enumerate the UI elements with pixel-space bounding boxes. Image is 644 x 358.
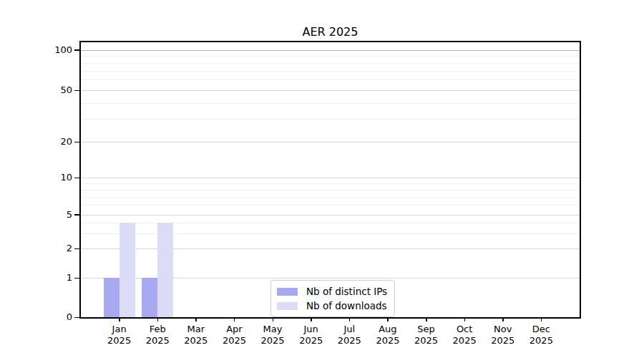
x-axis-tick-label-year: 2025 xyxy=(251,335,294,347)
x-axis-tick-mark xyxy=(426,319,427,321)
x-axis-tick-label-year: 2025 xyxy=(443,335,486,347)
x-axis-tick-mark xyxy=(349,319,351,321)
gridline-major xyxy=(81,90,580,91)
y-axis-tick-label: 2 xyxy=(41,242,72,255)
legend-swatch-distinct-ips xyxy=(277,288,298,296)
x-axis-tick-mark xyxy=(387,319,389,321)
x-axis-tick-label-month: Apr xyxy=(213,324,255,335)
x-axis-tick-label-month: Dec xyxy=(519,324,562,335)
legend-label-distinct-ips: Nb of distinct IPs xyxy=(306,286,387,297)
gridline-minor xyxy=(81,223,580,223)
x-axis-tick-mark xyxy=(273,319,274,321)
x-axis-tick-label-year: 2025 xyxy=(136,335,179,347)
x-axis-tick-mark xyxy=(311,319,312,321)
spine-bottom xyxy=(79,317,581,319)
gridline-minor xyxy=(81,79,580,80)
y-axis-tick-label: 20 xyxy=(41,135,72,148)
x-axis-tick-label-month: Feb xyxy=(136,324,179,335)
x-axis-tick-label-month: Jun xyxy=(290,324,333,335)
x-axis-tick-label: May2025 xyxy=(251,324,294,347)
x-axis-tick-label-month: Mar xyxy=(175,324,218,335)
y-axis-tick-label: 10 xyxy=(41,171,72,184)
x-axis-tick-label: Apr2025 xyxy=(213,324,255,347)
bar-nb-of-distinct-ips-jan xyxy=(104,278,119,317)
gridline-minor xyxy=(81,183,580,184)
x-axis-tick-label-year: 2025 xyxy=(482,335,525,347)
gridline-minor xyxy=(81,103,580,104)
gridline-major xyxy=(81,178,580,178)
y-axis-tick-mark xyxy=(74,317,79,319)
gridline-major xyxy=(81,50,580,51)
y-axis-tick-mark xyxy=(74,248,79,250)
x-axis-tick-label: Mar2025 xyxy=(175,324,218,347)
x-axis-tick-mark xyxy=(119,319,120,321)
gridline-minor xyxy=(81,205,580,205)
gridline-minor xyxy=(81,63,580,64)
y-axis-tick-label: 100 xyxy=(41,44,72,57)
spine-left xyxy=(79,41,81,319)
chart: AER 2025 0125102050100Jan2025Feb2025Mar2… xyxy=(0,0,644,358)
y-axis-tick-mark xyxy=(74,90,79,92)
x-axis-tick-mark xyxy=(157,319,159,321)
y-axis-tick-label: 1 xyxy=(41,271,72,284)
x-axis-tick-label-year: 2025 xyxy=(519,335,562,347)
legend-label-downloads: Nb of downloads xyxy=(306,300,387,311)
x-axis-tick-mark xyxy=(464,319,466,321)
y-axis-tick-mark xyxy=(74,49,79,51)
gridline-minor xyxy=(81,190,580,190)
bar-nb-of-distinct-ips-feb xyxy=(142,278,157,317)
y-axis-tick-mark xyxy=(74,178,79,179)
x-axis-tick-label: Jan2025 xyxy=(98,324,141,347)
x-axis-tick-label-year: 2025 xyxy=(213,335,255,347)
y-axis-tick-mark xyxy=(74,278,79,279)
legend: Nb of distinct IPs Nb of downloads xyxy=(270,280,395,317)
spine-top xyxy=(79,41,581,42)
x-axis-tick-label: Aug2025 xyxy=(366,324,409,347)
gridline-minor xyxy=(81,197,580,198)
bar-nb-of-downloads-feb xyxy=(157,223,173,317)
x-axis-tick-label-year: 2025 xyxy=(175,335,218,347)
gridline-minor xyxy=(81,71,580,72)
x-axis-tick-label: Oct2025 xyxy=(443,324,486,347)
x-axis-tick-mark xyxy=(502,319,504,321)
x-axis-tick-label-month: Oct xyxy=(443,324,486,335)
gridline-minor xyxy=(81,233,580,234)
bar-nb-of-downloads-jan xyxy=(119,223,135,317)
x-axis-tick-label-month: Nov xyxy=(482,324,525,335)
gridline-major xyxy=(81,215,580,216)
x-axis-tick-label-year: 2025 xyxy=(328,335,371,347)
x-axis-tick-mark xyxy=(234,319,235,321)
x-axis-tick-label: Jun2025 xyxy=(290,324,333,347)
x-axis-tick-label: Dec2025 xyxy=(519,324,562,347)
legend-entry-downloads: Nb of downloads xyxy=(277,299,387,313)
x-axis-tick-label-year: 2025 xyxy=(366,335,409,347)
x-axis-tick-label-month: Jul xyxy=(328,324,371,335)
y-axis-tick-label: 0 xyxy=(41,311,72,324)
x-axis-tick-label: Feb2025 xyxy=(136,324,179,347)
x-axis-tick-label: Jul2025 xyxy=(328,324,371,347)
x-axis-tick-label-year: 2025 xyxy=(405,335,448,347)
gridline-major xyxy=(81,142,580,142)
chart-title: AER 2025 xyxy=(81,25,580,39)
legend-entry-distinct-ips: Nb of distinct IPs xyxy=(277,284,387,299)
x-axis-tick-label-month: May xyxy=(251,324,294,335)
x-axis-tick-label-year: 2025 xyxy=(290,335,333,347)
x-axis-tick-mark xyxy=(195,319,197,321)
y-axis-tick-mark xyxy=(74,214,79,216)
x-axis-tick-mark xyxy=(541,319,542,321)
legend-swatch-downloads xyxy=(277,302,298,310)
x-axis-tick-label-month: Sep xyxy=(405,324,448,335)
gridline-major xyxy=(81,248,580,249)
y-axis-tick-label: 5 xyxy=(41,208,72,221)
x-axis-tick-label: Sep2025 xyxy=(405,324,448,347)
gridline-minor xyxy=(81,56,580,57)
x-axis-tick-label: Nov2025 xyxy=(482,324,525,347)
spine-right xyxy=(580,41,581,319)
y-axis-tick-label: 50 xyxy=(41,84,72,97)
x-axis-tick-label-year: 2025 xyxy=(98,335,141,347)
x-axis-tick-label-month: Jan xyxy=(98,324,141,335)
gridline-minor xyxy=(81,119,580,120)
x-axis-tick-label-month: Aug xyxy=(366,324,409,335)
y-axis-tick-mark xyxy=(74,142,79,143)
